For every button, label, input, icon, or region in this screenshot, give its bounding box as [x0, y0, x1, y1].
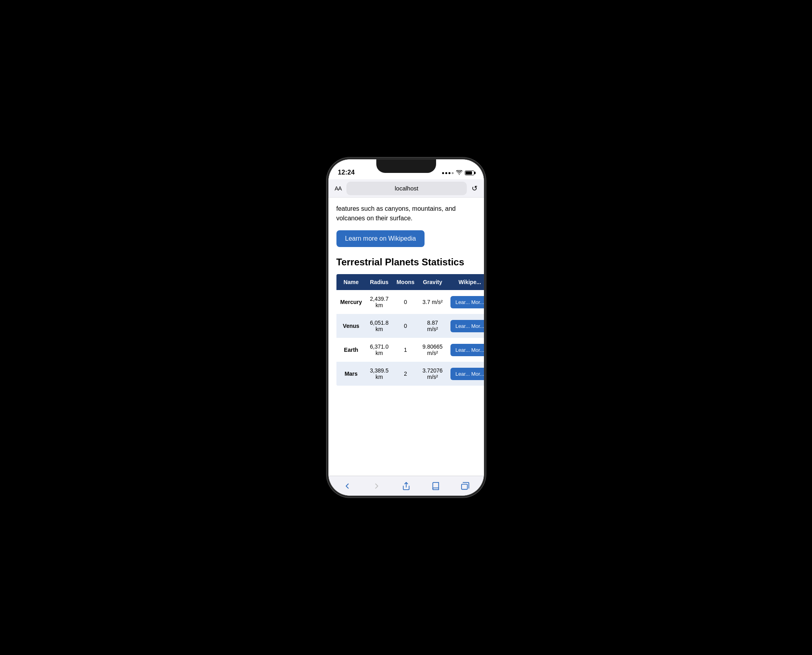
planet-radius: 6,371.0 km: [366, 338, 393, 362]
col-moons: Moons: [393, 274, 419, 290]
reload-button[interactable]: ↺: [472, 184, 478, 193]
back-button[interactable]: [338, 477, 356, 495]
book-icon: [431, 482, 440, 490]
table-row: Mercury2,439.7 km03.7 m/s²Lear... Mor...: [336, 290, 484, 314]
planet-name: Earth: [336, 338, 366, 362]
forward-arrow-icon: [372, 482, 381, 490]
forward-button[interactable]: [368, 477, 385, 495]
svg-rect-1: [461, 484, 467, 489]
planet-learn-more-button[interactable]: Lear... Mor...: [450, 320, 484, 332]
intro-paragraph: features such as canyons, mountains, and…: [336, 204, 476, 223]
planet-gravity: 3.7 m/s²: [419, 290, 447, 314]
planets-table: Name Radius Moons Gravity Wikipe... Merc…: [336, 274, 484, 386]
planet-moons: 1: [393, 338, 419, 362]
wikipedia-button[interactable]: Learn more on Wikipedia: [336, 230, 425, 247]
planet-gravity: 9.80665 m/s²: [419, 338, 447, 362]
browser-navigation: [328, 476, 484, 496]
planet-learn-more-button[interactable]: Lear... Mor...: [450, 344, 484, 356]
share-icon: [402, 482, 411, 490]
tabs-button[interactable]: [456, 477, 474, 495]
col-name: Name: [336, 274, 366, 290]
status-time: 12:24: [338, 169, 355, 176]
aa-button[interactable]: AA: [335, 185, 342, 192]
planet-radius: 6,051.8 km: [366, 314, 393, 338]
col-radius: Radius: [366, 274, 393, 290]
planet-radius: 3,389.5 km: [366, 362, 393, 386]
url-text: localhost: [395, 185, 418, 192]
page-content: features such as canyons, mountains, and…: [328, 198, 484, 476]
planet-name: Mercury: [336, 290, 366, 314]
planet-gravity: 8.87 m/s²: [419, 314, 447, 338]
notch: [376, 159, 436, 173]
planet-moons: 0: [393, 314, 419, 338]
table-header-row: Name Radius Moons Gravity Wikipe...: [336, 274, 484, 290]
col-gravity: Gravity: [419, 274, 447, 290]
planet-moons: 2: [393, 362, 419, 386]
wifi-icon: [456, 170, 462, 176]
planet-name: Mars: [336, 362, 366, 386]
share-button[interactable]: [397, 477, 415, 495]
signal-icon: [442, 172, 454, 174]
tabs-icon: [461, 482, 470, 490]
phone-screen: 12:24: [328, 159, 484, 496]
section-title: Terrestrial Planets Statistics: [336, 257, 476, 268]
phone-device: 12:24: [328, 159, 484, 496]
table-row: Earth6,371.0 km19.80665 m/s²Lear... Mor.…: [336, 338, 484, 362]
table-row: Mars3,389.5 km23.72076 m/s²Lear... Mor..…: [336, 362, 484, 386]
planet-moons: 0: [393, 290, 419, 314]
planet-name: Venus: [336, 314, 366, 338]
planet-wikipedia-cell: Lear... Mor...: [446, 290, 484, 314]
table-row: Venus6,051.8 km08.87 m/s²Lear... Mor...: [336, 314, 484, 338]
col-wikipedia: Wikipe...: [446, 274, 484, 290]
planet-learn-more-button[interactable]: Lear... Mor...: [450, 368, 484, 380]
planet-learn-more-button[interactable]: Lear... Mor...: [450, 296, 484, 308]
battery-icon: [465, 171, 474, 175]
planet-wikipedia-cell: Lear... Mor...: [446, 362, 484, 386]
browser-bar: AA localhost ↺: [328, 179, 484, 198]
url-bar[interactable]: localhost: [346, 182, 466, 195]
bookmarks-button[interactable]: [427, 477, 444, 495]
back-arrow-icon: [343, 482, 352, 490]
planet-wikipedia-cell: Lear... Mor...: [446, 338, 484, 362]
planet-wikipedia-cell: Lear... Mor...: [446, 314, 484, 338]
planet-gravity: 3.72076 m/s²: [419, 362, 447, 386]
status-icons: [442, 170, 474, 176]
planet-radius: 2,439.7 km: [366, 290, 393, 314]
